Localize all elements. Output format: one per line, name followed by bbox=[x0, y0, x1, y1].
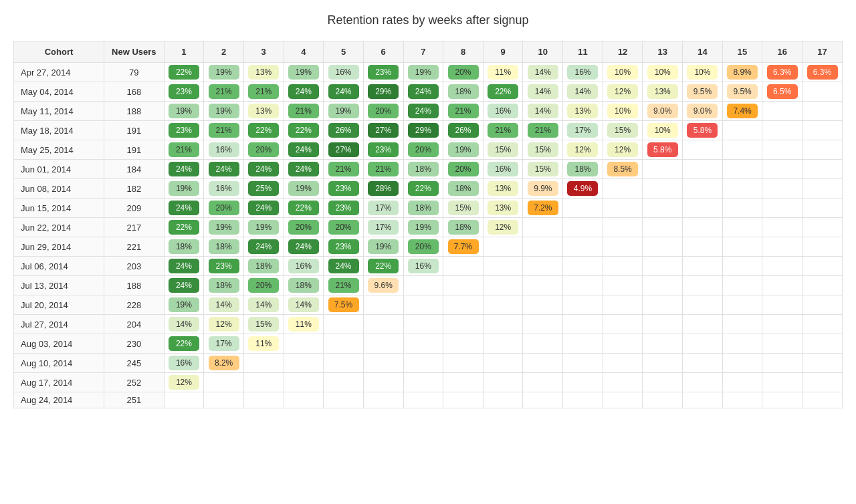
week-cell-11: 18% bbox=[563, 160, 603, 179]
table-row: Jun 08, 201418219%16%25%19%23%28%22%18%1… bbox=[14, 179, 843, 199]
week-cell-13 bbox=[643, 295, 683, 315]
week-cell-16 bbox=[762, 179, 802, 199]
week-cell-7: 19% bbox=[403, 218, 443, 237]
week-cell-15 bbox=[722, 354, 762, 373]
week-cell-16 bbox=[762, 373, 802, 392]
week-cell-14: 9.0% bbox=[683, 102, 723, 121]
cohort-cell: Jun 22, 2014 bbox=[14, 218, 104, 237]
users-count-cell: 228 bbox=[104, 295, 164, 315]
week-cell-5: 23% bbox=[324, 237, 364, 257]
week-cell-7: 16% bbox=[403, 257, 443, 276]
week-cell-17 bbox=[802, 82, 843, 102]
week-cell-13: 5.8% bbox=[643, 140, 683, 160]
users-count-cell: 217 bbox=[104, 218, 164, 237]
week-header-3: 3 bbox=[243, 41, 284, 63]
week-cell-11 bbox=[563, 257, 603, 276]
week-cell-16 bbox=[762, 295, 802, 315]
users-count-cell: 221 bbox=[104, 237, 164, 257]
table-row: May 25, 201419121%16%20%24%27%23%20%19%1… bbox=[14, 140, 843, 160]
week-cell-9: 13% bbox=[483, 199, 523, 218]
week-cell-6: 9.6% bbox=[363, 276, 403, 295]
week-header-6: 6 bbox=[363, 41, 403, 63]
week-cell-14 bbox=[683, 199, 723, 218]
cohort-cell: Jun 01, 2014 bbox=[14, 160, 104, 179]
week-cell-8 bbox=[443, 315, 484, 334]
cohort-cell: May 04, 2014 bbox=[14, 82, 104, 102]
week-cell-15: 8.9% bbox=[722, 63, 762, 82]
week-cell-17 bbox=[802, 102, 843, 121]
cohort-column-header: Cohort bbox=[14, 41, 104, 63]
week-cell-15 bbox=[722, 179, 762, 199]
week-cell-10: 21% bbox=[523, 121, 563, 140]
week-cell-11 bbox=[563, 315, 603, 334]
week-cell-6: 19% bbox=[363, 237, 403, 257]
week-cell-1: 22% bbox=[164, 218, 204, 237]
week-cell-1: 22% bbox=[164, 63, 204, 82]
week-cell-7: 20% bbox=[403, 237, 443, 257]
users-count-cell: 168 bbox=[104, 82, 164, 102]
week-cell-10: 14% bbox=[523, 82, 563, 102]
week-cell-5: 24% bbox=[324, 82, 364, 102]
cohort-cell: May 18, 2014 bbox=[14, 121, 104, 140]
week-cell-9 bbox=[483, 354, 523, 373]
users-count-cell: 191 bbox=[104, 140, 164, 160]
week-cell-17 bbox=[802, 218, 843, 237]
week-cell-17 bbox=[802, 276, 843, 295]
week-cell-4 bbox=[284, 373, 324, 392]
users-count-cell: 188 bbox=[104, 276, 164, 295]
week-cell-3: 24% bbox=[243, 199, 284, 218]
week-cell-6: 28% bbox=[363, 179, 403, 199]
week-cell-16 bbox=[762, 354, 802, 373]
week-cell-12 bbox=[603, 295, 643, 315]
week-cell-13: 9.0% bbox=[643, 102, 683, 121]
week-cell-13 bbox=[643, 160, 683, 179]
week-cell-4: 20% bbox=[284, 218, 324, 237]
week-header-8: 8 bbox=[443, 41, 484, 63]
cohort-cell: Jun 29, 2014 bbox=[14, 237, 104, 257]
week-cell-15 bbox=[722, 121, 762, 140]
week-cell-4 bbox=[284, 334, 324, 354]
week-cell-6 bbox=[363, 392, 403, 408]
week-cell-8 bbox=[443, 373, 484, 392]
week-cell-14 bbox=[683, 354, 723, 373]
week-cell-6: 17% bbox=[363, 199, 403, 218]
week-cell-10: 15% bbox=[523, 140, 563, 160]
cohort-cell: Jul 20, 2014 bbox=[14, 295, 104, 315]
week-cell-2: 23% bbox=[204, 257, 244, 276]
week-cell-3: 24% bbox=[243, 237, 284, 257]
week-cell-12 bbox=[603, 237, 643, 257]
week-cell-5 bbox=[324, 354, 364, 373]
week-cell-17: 6.3% bbox=[802, 63, 843, 82]
week-cell-5: 24% bbox=[324, 257, 364, 276]
cohort-table-wrapper: Cohort New Users 12345678910111213141516… bbox=[13, 41, 843, 408]
week-cell-10 bbox=[523, 392, 563, 408]
week-cell-7: 19% bbox=[403, 63, 443, 82]
week-cell-14 bbox=[683, 218, 723, 237]
week-cell-5: 7.5% bbox=[324, 295, 364, 315]
week-cell-2: 14% bbox=[204, 295, 244, 315]
week-cell-17 bbox=[802, 140, 843, 160]
week-cell-13 bbox=[643, 373, 683, 392]
week-cell-14 bbox=[683, 237, 723, 257]
week-cell-16 bbox=[762, 276, 802, 295]
week-cell-8 bbox=[443, 257, 484, 276]
week-cell-2: 19% bbox=[204, 102, 244, 121]
week-cell-16 bbox=[762, 140, 802, 160]
week-cell-3: 19% bbox=[243, 218, 284, 237]
week-cell-2: 21% bbox=[204, 82, 244, 102]
week-cell-8: 21% bbox=[443, 102, 484, 121]
week-cell-5: 16% bbox=[324, 63, 364, 82]
week-cell-15 bbox=[722, 237, 762, 257]
table-row: Jul 20, 201422819%14%14%14%7.5% bbox=[14, 295, 843, 315]
week-cell-14 bbox=[683, 315, 723, 334]
week-cell-10 bbox=[523, 295, 563, 315]
week-cell-8 bbox=[443, 295, 484, 315]
week-cell-6: 22% bbox=[363, 257, 403, 276]
week-cell-11 bbox=[563, 237, 603, 257]
cohort-cell: Jun 15, 2014 bbox=[14, 199, 104, 218]
week-cell-3: 20% bbox=[243, 140, 284, 160]
week-cell-4 bbox=[284, 354, 324, 373]
week-cell-8: 15% bbox=[443, 199, 484, 218]
week-cell-11: 16% bbox=[563, 63, 603, 82]
week-cell-15 bbox=[722, 315, 762, 334]
